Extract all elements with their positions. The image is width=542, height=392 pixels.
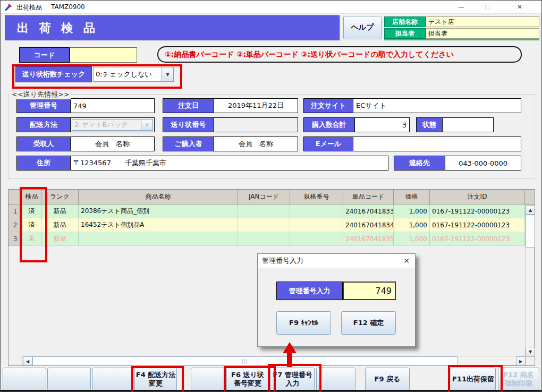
- minimize-icon[interactable]: —: [450, 1, 473, 13]
- cell-kenpin: 未: [22, 232, 41, 246]
- slip-digit-check-select[interactable]: 0:チェックしない ▼: [93, 67, 174, 82]
- shipping-info-legend: <<送り先情報>>: [10, 90, 71, 99]
- cell-rank: 新品: [41, 204, 79, 218]
- f12-forced-print-button[interactable]: F12 宛名 強制印刷: [498, 368, 539, 391]
- dialog-ok-button[interactable]: F12 確定: [341, 311, 396, 335]
- table-row[interactable]: 2 済 新品 16452テスト個別品A 240167041834 1,000 0…: [9, 218, 535, 232]
- footer-button-empty-5[interactable]: [316, 368, 355, 391]
- order-site-label: 注文サイト: [304, 99, 353, 113]
- cell-kenpin: 済: [22, 218, 41, 232]
- management-no-value: 749: [71, 99, 154, 113]
- vertical-scroll-thumb[interactable]: [526, 215, 535, 248]
- cell-order-id: 0167-191122-00000123: [430, 232, 525, 246]
- row-number: 2: [9, 218, 22, 232]
- col-header-spec-no[interactable]: 規格番号: [290, 190, 343, 204]
- staff-label: 担当者: [384, 28, 426, 39]
- dialog-close-icon[interactable]: ✕: [398, 257, 415, 265]
- app-icon: [4, 3, 12, 11]
- order-date-field: 注文日 2019年11月22日: [163, 98, 298, 113]
- horizontal-scrollbar[interactable]: ◀ ||| ▶: [22, 356, 526, 365]
- f7-management-no-button[interactable]: F7 管理番号 入力: [270, 368, 315, 391]
- order-date-label: 注文日: [163, 99, 214, 113]
- store-name-label: 店舗名称: [384, 16, 426, 27]
- scroll-up-icon[interactable]: ▲: [526, 205, 535, 215]
- cell-rank: 新品: [41, 218, 79, 232]
- status-value: [443, 118, 493, 132]
- horizontal-scroll-thumb[interactable]: |||: [32, 356, 458, 366]
- delivery-method-value: 2:ヤマトBパック: [72, 120, 141, 130]
- chevron-down-icon[interactable]: ▼: [162, 67, 173, 81]
- footer-button-empty-3[interactable]: [92, 368, 136, 391]
- f6-slip-no-change-button[interactable]: F6 送り状 番号変更: [226, 368, 269, 391]
- order-date-value: 2019年11月22日: [214, 99, 298, 113]
- help-button[interactable]: ヘルプ: [343, 16, 382, 39]
- app-window: 出荷検品 TAMZ0900 — □ ✕ 出 荷 検 品 ヘルプ 店舗名称 テスト…: [0, 0, 542, 392]
- f9-back-button[interactable]: F9 戻る: [365, 368, 410, 391]
- vertical-scrollbar[interactable]: ▲ ▼: [525, 204, 535, 357]
- email-label: Eメール: [304, 137, 353, 151]
- dialog-title: 管理番号入力: [258, 256, 398, 266]
- close-icon[interactable]: ✕: [508, 1, 531, 13]
- cell-price: 1,000: [394, 204, 430, 218]
- cell-order-id: 0167-191122-00000123: [430, 204, 525, 218]
- cell-spec-no: [290, 204, 343, 218]
- order-site-field: 注文サイト ECサイト: [303, 98, 521, 113]
- slip-digit-check-value: 0:チェックしない: [94, 67, 162, 81]
- cell-item-code: 240167041833: [343, 204, 394, 218]
- delivery-method-label: 配送方法: [17, 118, 71, 132]
- purchaser-label: ご購入者: [163, 137, 214, 151]
- status-field: 状態: [416, 117, 494, 132]
- f11-ship-hold-button[interactable]: F11出荷保留: [451, 368, 496, 391]
- slip-no-label: 送り状番号: [163, 118, 214, 132]
- cell-product-name: [79, 232, 238, 246]
- address-label: 住所: [17, 156, 71, 170]
- window-bottom-edge: [1, 390, 541, 391]
- email-value: [353, 137, 521, 151]
- slip-no-field: 送り状番号: [163, 117, 298, 132]
- slip-no-value: [214, 118, 298, 132]
- address-value: 〒1234567 千葉県千葉市: [71, 156, 388, 170]
- col-header-product-name[interactable]: 商品名称: [79, 190, 238, 204]
- scroll-down-icon[interactable]: ▼: [526, 347, 535, 356]
- dialog-management-no-input[interactable]: 749: [343, 282, 396, 300]
- col-header-price[interactable]: 価格: [394, 190, 430, 204]
- management-no-dialog: 管理番号入力 ✕ 管理番号入力 749 F9 ｷｬﾝｾﾙ F12 確定: [257, 253, 416, 347]
- footer-button-empty-2[interactable]: [47, 368, 91, 391]
- footer-button-empty-1[interactable]: [3, 368, 46, 391]
- col-header-kenpin[interactable]: 検品: [22, 190, 41, 204]
- purchase-qty-label: 購入数合計: [304, 118, 355, 132]
- staff-value: 担当者: [426, 28, 539, 39]
- cell-jan-code: [238, 232, 290, 246]
- f4-delivery-method-button[interactable]: F4 配送方法 変更: [134, 368, 177, 391]
- purchaser-field: ご購入者 会員 名称: [163, 137, 298, 151]
- cell-rank: 新品: [41, 232, 79, 246]
- address-field: 住所 〒1234567 千葉県千葉市: [16, 156, 388, 171]
- page-title: 出 荷 検 品: [5, 15, 340, 40]
- scroll-left-icon[interactable]: ◀: [23, 356, 32, 366]
- col-header-item-code[interactable]: 単品コード: [343, 190, 394, 204]
- purchase-qty-field: 購入数合計 3: [303, 117, 410, 132]
- cell-spec-no: [290, 218, 343, 232]
- status-label: 状態: [417, 118, 443, 132]
- instruction-text: ①:納品書バーコード ②:単品バーコード ③:送り状バーコードの順で入力してくだ…: [165, 50, 454, 59]
- col-header-jan-code[interactable]: JANコード: [238, 190, 290, 204]
- table-row[interactable]: 3 未 新品 240167041835 1,000 0167-191122-00…: [9, 232, 535, 246]
- code-input[interactable]: [70, 47, 137, 63]
- dialog-cancel-button[interactable]: F9 ｷｬﾝｾﾙ: [276, 311, 331, 335]
- cell-product-name: 16452テスト個別品A: [79, 218, 238, 232]
- cell-kenpin: 済: [22, 204, 41, 218]
- store-name-value: テスト店: [426, 16, 539, 27]
- receiver-field: 受取人 会員 名称: [16, 137, 155, 151]
- email-field: Eメール: [303, 137, 521, 151]
- dialog-titlebar: 管理番号入力 ✕: [258, 254, 415, 268]
- contact-label: 連絡先: [394, 156, 445, 170]
- col-header-order-id[interactable]: 注文ID: [430, 190, 525, 204]
- delivery-method-field: 配送方法 2:ヤマトBパック ▼: [16, 117, 155, 132]
- row-number: 1: [9, 204, 22, 218]
- scroll-right-icon[interactable]: ▶: [516, 356, 526, 366]
- maximize-icon[interactable]: □: [476, 1, 499, 13]
- management-no-field: 管理番号 749: [16, 98, 155, 113]
- col-header-rank[interactable]: ランク: [41, 190, 79, 204]
- table-row[interactable]: 1 済 新品 20386テスト商品_個別 240167041833 1,000 …: [9, 204, 535, 218]
- cell-order-id: 0167-191122-00000123: [430, 218, 525, 232]
